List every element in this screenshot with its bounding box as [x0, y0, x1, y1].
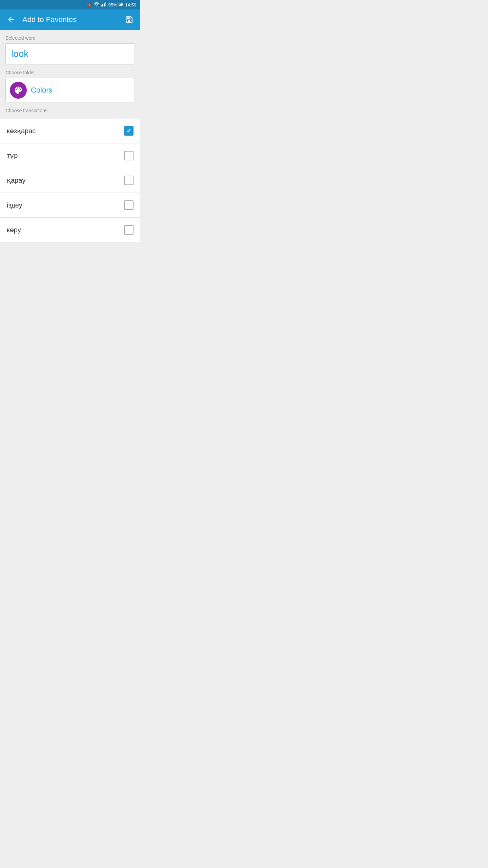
translation-item-2[interactable]: қарау — [0, 168, 140, 193]
svg-rect-3 — [104, 3, 105, 6]
selected-word-value: look — [11, 48, 28, 59]
translation-checkbox-1[interactable] — [124, 151, 134, 160]
choose-folder-label: Choose folder — [5, 70, 135, 75]
folder-selector[interactable]: Colors — [5, 78, 135, 102]
translation-checkbox-4[interactable] — [124, 225, 134, 235]
translation-item-4[interactable]: көру — [0, 218, 140, 242]
translation-item-1[interactable]: түр — [0, 143, 140, 168]
svg-point-0 — [96, 5, 97, 6]
status-bar: 🔇 95% ⚡ — [0, 0, 140, 9]
folder-icon-circle — [10, 82, 27, 99]
battery-icon: ⚡ — [119, 2, 123, 7]
mute-icon: 🔇 — [87, 2, 92, 7]
time-display: 14:50 — [125, 2, 136, 7]
translation-checkbox-2[interactable] — [124, 176, 134, 185]
signal-icon — [101, 2, 106, 7]
svg-rect-6 — [123, 4, 123, 5]
status-icons: 🔇 95% ⚡ — [87, 2, 136, 7]
wifi-icon — [94, 2, 99, 7]
translation-word-4: көру — [7, 226, 21, 234]
choose-translations-label: Choose translations — [5, 108, 135, 113]
folder-name: Colors — [31, 86, 53, 95]
translation-checkbox-0[interactable] — [124, 126, 134, 136]
selected-word-box: look — [5, 43, 135, 64]
translation-checkbox-3[interactable] — [124, 200, 134, 210]
selected-word-label: Selected word — [5, 35, 135, 41]
translation-word-3: іздеу — [7, 201, 22, 209]
translation-word-2: қарау — [7, 176, 25, 184]
main-content: Selected word look Choose folder Colors … — [0, 30, 140, 119]
translation-word-1: түр — [7, 152, 18, 160]
translation-item-3[interactable]: іздеу — [0, 193, 140, 218]
svg-rect-4 — [105, 2, 106, 6]
page-title: Add to Favorites — [22, 15, 118, 24]
save-button[interactable] — [123, 14, 135, 25]
translation-item-0[interactable]: көзқарас — [0, 119, 140, 143]
back-button[interactable] — [5, 14, 17, 25]
svg-rect-1 — [101, 5, 102, 6]
translation-word-0: көзқарас — [7, 127, 36, 135]
svg-text:⚡: ⚡ — [119, 3, 122, 6]
app-bar: Add to Favorites — [0, 9, 140, 30]
svg-rect-2 — [102, 4, 103, 6]
battery-level: 95% — [108, 2, 117, 7]
translations-list: көзқарас түр қарау іздеу көру — [0, 119, 140, 242]
